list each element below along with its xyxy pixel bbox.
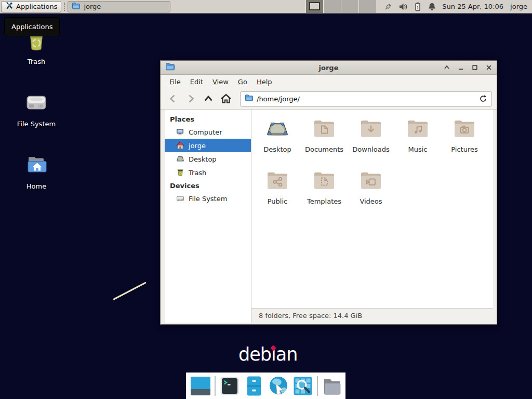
volume-icon[interactable]	[398, 2, 408, 11]
desktop-home-icon[interactable]: Home	[11, 153, 61, 190]
sidebar-home-label: jorge	[189, 142, 206, 150]
workspace-switcher	[305, 0, 376, 13]
top-panel: Applications jorge	[0, 0, 532, 14]
menu-file[interactable]: File	[165, 76, 185, 87]
back-button[interactable]	[165, 91, 181, 107]
folder-documents-icon	[312, 116, 337, 142]
file-label: Pictures	[451, 145, 477, 153]
taskbar-window-button[interactable]: jorge	[68, 1, 170, 12]
taskbar-folder-icon	[72, 2, 80, 11]
applications-tooltip: Applications	[4, 17, 60, 36]
desktop-file-icon	[265, 116, 290, 142]
file-videos[interactable]: Videos	[348, 168, 394, 220]
minimize-icon[interactable]	[458, 64, 464, 71]
folder-pictures-icon	[452, 116, 477, 142]
network-icon[interactable]	[383, 2, 393, 11]
file-label: Desktop	[263, 145, 291, 153]
forward-button[interactable]	[183, 91, 198, 107]
sidebar-places-header: Places	[165, 113, 251, 125]
desktop-place-icon	[176, 155, 184, 163]
file-label: Downloads	[352, 145, 389, 153]
files-pane: Desktop Docume	[251, 110, 493, 323]
trash-place-icon	[176, 168, 184, 177]
desktop-home-label: Home	[11, 182, 61, 190]
workspace-window-preview	[309, 2, 320, 10]
maximize-icon[interactable]	[472, 64, 478, 71]
notifications-icon[interactable]	[428, 2, 436, 11]
menu-go[interactable]: Go	[233, 76, 252, 87]
reload-icon[interactable]	[479, 95, 487, 103]
close-icon[interactable]	[486, 64, 492, 71]
folder-shortcut-icon[interactable]	[322, 376, 342, 396]
applications-menu-button[interactable]: Applications	[1, 1, 61, 12]
debian-logo-text: deb	[238, 344, 271, 365]
web-browser-icon[interactable]	[268, 376, 289, 396]
shade-icon[interactable]	[444, 64, 450, 71]
file-pictures[interactable]: Pictures	[441, 116, 488, 168]
applications-label: Applications	[16, 3, 57, 10]
menu-view[interactable]: View	[208, 76, 233, 87]
address-input[interactable]	[257, 95, 475, 103]
toolbar	[161, 88, 497, 110]
address-folder-icon	[245, 94, 253, 104]
show-desktop-icon[interactable]	[190, 376, 211, 396]
terminal-icon[interactable]	[219, 376, 240, 396]
file-public[interactable]: Public	[254, 168, 301, 220]
sidebar-filesystem-label: File System	[189, 195, 227, 203]
desktop-filesystem-label: File System	[11, 120, 61, 128]
desktop-trash-label: Trash	[11, 58, 61, 65]
sidebar: Places Computer	[165, 110, 251, 323]
debian-logo-i: ı	[271, 344, 276, 365]
file-label: Music	[408, 145, 428, 153]
file-label: Videos	[360, 197, 382, 205]
file-music[interactable]: Music	[394, 116, 441, 168]
folder-music-icon	[405, 116, 430, 142]
debian-logo-text-end: an	[276, 344, 298, 365]
trash-icon	[24, 45, 49, 55]
menubar: File Edit View Go Help	[161, 75, 497, 88]
workspace-2[interactable]	[323, 0, 341, 13]
up-button[interactable]	[201, 91, 216, 107]
sidebar-item-trash[interactable]: Trash	[165, 166, 251, 179]
menu-edit[interactable]: Edit	[185, 76, 208, 87]
file-label: Templates	[307, 197, 341, 205]
window-titlebar[interactable]: jorge	[161, 61, 497, 75]
file-templates[interactable]: Templates	[301, 168, 348, 220]
folder-templates-icon	[312, 168, 337, 194]
folder-downloads-icon	[358, 116, 383, 142]
drive-icon	[176, 194, 184, 203]
app-finder-icon[interactable]	[292, 376, 313, 396]
computer-icon	[176, 128, 184, 136]
folder-videos-icon	[358, 168, 383, 194]
dock-separator	[317, 376, 318, 396]
file-label: Public	[268, 197, 287, 205]
address-bar[interactable]	[240, 91, 492, 107]
battery-icon[interactable]	[414, 2, 422, 11]
workspace-3[interactable]	[341, 0, 358, 13]
system-tray	[383, 2, 436, 11]
dock	[186, 373, 345, 399]
panel-separator	[64, 3, 65, 11]
files-grid: Desktop Docume	[251, 110, 493, 308]
desktop-artifact-line	[113, 282, 146, 300]
home-button[interactable]	[218, 91, 234, 107]
file-downloads[interactable]: Downloads	[348, 116, 394, 168]
panel-clock[interactable]: Sun 25 Apr, 10:06	[442, 3, 503, 10]
sidebar-item-home[interactable]: jorge	[165, 139, 251, 152]
desktop-filesystem-icon[interactable]: File System	[11, 90, 61, 128]
sidebar-item-desktop[interactable]: Desktop	[165, 152, 251, 166]
sidebar-item-computer[interactable]: Computer	[165, 125, 251, 139]
workspace-1[interactable]	[305, 0, 323, 13]
workspace-4[interactable]	[358, 0, 376, 13]
file-desktop[interactable]: Desktop	[254, 116, 301, 168]
xfce-logo-icon	[5, 2, 14, 11]
menu-help[interactable]: Help	[252, 76, 277, 87]
file-documents[interactable]: Documents	[301, 116, 348, 168]
sidebar-devices-header: Devices	[165, 179, 251, 192]
debian-logo: debıan	[238, 344, 297, 365]
file-manager-window: jorge File Edit View Go Help	[160, 60, 497, 325]
panel-username[interactable]: jorge	[510, 3, 527, 10]
sidebar-item-filesystem[interactable]: File System	[165, 192, 251, 205]
taskbar-window-title: jorge	[84, 3, 101, 10]
file-cabinet-icon[interactable]	[244, 376, 264, 396]
